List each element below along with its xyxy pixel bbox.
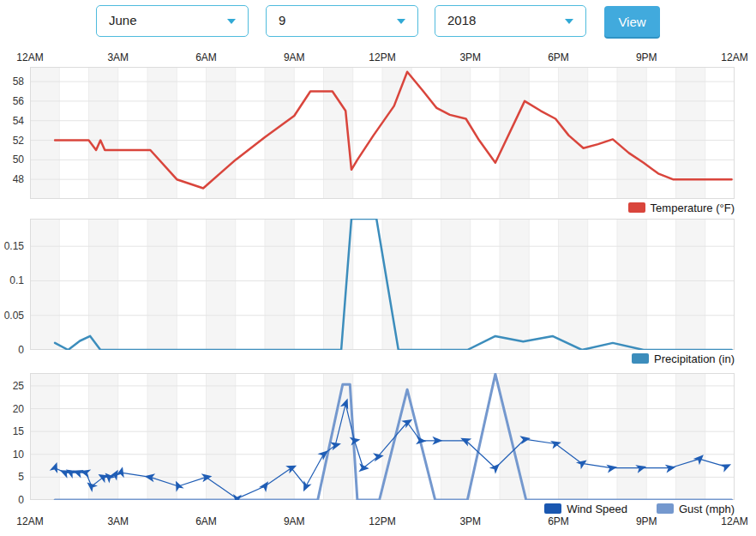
gust-legend-swatch xyxy=(657,503,674,514)
y-tick-label: 0.1 xyxy=(9,274,24,287)
x-axis-label: 3AM xyxy=(107,515,129,527)
y-tick-label: 58 xyxy=(13,75,24,88)
y-tick-label: 5 xyxy=(18,470,24,484)
wind-y-axis: 0510152025 xyxy=(0,373,26,500)
x-axis-label: 9AM xyxy=(284,51,305,63)
x-axis-label: 12AM xyxy=(721,515,747,527)
y-tick-label: 0.05 xyxy=(4,309,24,322)
y-tick-label: 48 xyxy=(13,172,24,186)
x-axis-label: 6AM xyxy=(195,51,217,63)
x-axis-label: 12AM xyxy=(16,515,43,527)
temperature-chart xyxy=(30,67,735,199)
x-axis-label: 6PM xyxy=(548,51,569,63)
y-tick-label: 0 xyxy=(18,493,24,507)
y-tick-label: 15 xyxy=(13,425,24,438)
temperature-y-axis: 485052545658 xyxy=(0,67,26,199)
y-tick-label: 20 xyxy=(13,402,24,416)
temperature-legend: Temperature (°F) xyxy=(628,201,735,214)
chevron-down-icon xyxy=(565,19,573,24)
chevron-down-icon xyxy=(227,19,236,24)
y-tick-label: 52 xyxy=(13,134,24,148)
temperature-legend-label: Temperature (°F) xyxy=(651,202,735,214)
month-dropdown-value: June xyxy=(109,13,137,27)
y-tick-label: 54 xyxy=(13,114,24,128)
y-tick-label: 25 xyxy=(13,379,24,393)
y-tick-label: 56 xyxy=(13,94,24,108)
year-dropdown-value: 2018 xyxy=(447,13,476,27)
precipitation-chart xyxy=(30,219,735,350)
temperature-legend-swatch xyxy=(628,202,645,213)
precipitation-legend: Precipitation (in) xyxy=(632,352,735,365)
weather-dashboard: June 9 2018 View 12AM3AM6AM9AM12PM3PM6PM… xyxy=(0,0,756,536)
year-dropdown[interactable]: 2018 xyxy=(435,5,586,37)
day-dropdown[interactable]: 9 xyxy=(266,5,418,37)
y-tick-label: 10 xyxy=(13,448,24,461)
time-axis-bottom: 12AM3AM6AM9AM12PM3PM6PM9PM12AM xyxy=(30,515,735,529)
x-axis-label: 9PM xyxy=(636,515,657,527)
x-axis-label: 9PM xyxy=(636,51,657,63)
wind-chart xyxy=(30,373,735,500)
chevron-down-icon xyxy=(397,19,405,24)
time-axis-top: 12AM3AM6AM9AM12PM3PM6PM9PM12AM xyxy=(30,51,735,65)
precipitation-legend-swatch xyxy=(632,353,649,364)
x-axis-label: 3AM xyxy=(107,51,129,63)
gust-legend-label: Gust (mph) xyxy=(679,503,735,515)
wind-speed-legend-label: Wind Speed xyxy=(567,503,627,515)
y-tick-label: 0 xyxy=(18,343,24,357)
x-axis-label: 12AM xyxy=(16,51,43,63)
x-axis-label: 9AM xyxy=(284,515,305,527)
x-axis-label: 12AM xyxy=(721,51,747,63)
x-axis-label: 12PM xyxy=(369,51,395,63)
month-dropdown[interactable]: June xyxy=(96,5,249,37)
x-axis-label: 3PM xyxy=(459,515,481,527)
y-tick-label: 0.15 xyxy=(4,239,24,253)
x-axis-label: 6AM xyxy=(195,515,217,527)
x-axis-label: 3PM xyxy=(459,51,481,63)
x-axis-label: 6PM xyxy=(548,515,569,527)
precipitation-legend-label: Precipitation (in) xyxy=(654,352,735,365)
y-tick-label: 50 xyxy=(13,153,24,166)
day-dropdown-value: 9 xyxy=(279,13,285,27)
wind-legend: Wind Speed Gust (mph) xyxy=(544,502,735,515)
precipitation-y-axis: 00.050.10.15 xyxy=(0,219,26,350)
x-axis-label: 12PM xyxy=(369,515,395,527)
view-button[interactable]: View xyxy=(604,6,660,37)
wind-speed-legend-swatch xyxy=(544,503,561,514)
